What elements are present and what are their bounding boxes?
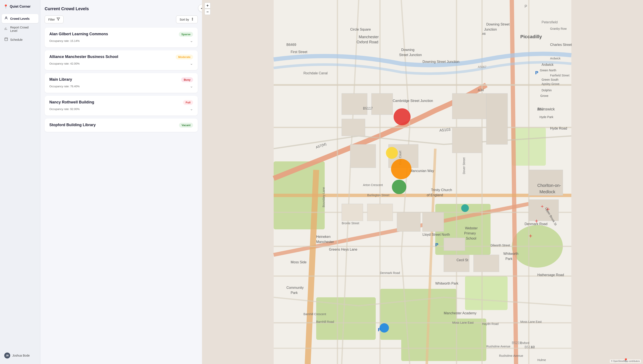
user-name: Joshua Bode	[12, 354, 30, 357]
filter-icon	[57, 18, 60, 22]
svg-text:Downing Street: Downing Street	[486, 22, 510, 26]
sidebar-item-report-crowd[interactable]: Report Crowd Level	[2, 24, 39, 34]
sidebar-item-schedule-label: Schedule	[10, 38, 23, 42]
expand-chevron-3[interactable]: ⌄	[190, 106, 193, 111]
svg-text:B6469: B6469	[286, 43, 296, 46]
location-name-1: Alliance Manchester Business School	[49, 54, 176, 59]
card-footer-3: Occupancy rate: 92.00% ⌄	[49, 106, 193, 111]
svg-text:+: +	[529, 232, 532, 239]
map-zoom-controls: + −	[204, 2, 210, 15]
svg-text:Manchester Academy: Manchester Academy	[444, 311, 477, 315]
svg-text:Arton Crescent: Arton Crescent	[363, 183, 383, 187]
svg-rect-45	[422, 212, 444, 232]
sidebar-item-crowd-levels[interactable]: Crowd Levels	[2, 14, 39, 23]
svg-text:Cecil St: Cecil St	[457, 258, 469, 262]
svg-text:Mancunian Way: Mancunian Way	[410, 169, 434, 173]
sort-label: Sort by	[180, 18, 189, 21]
sidebar-item-crowd-levels-label: Crowd Levels	[10, 17, 30, 20]
location-card-3: Nancy Rothwell Building Full Occupancy r…	[45, 96, 198, 116]
svg-text:Piccadilly: Piccadilly	[520, 34, 542, 39]
svg-point-131	[393, 108, 410, 125]
svg-text:Denmark Road: Denmark Road	[380, 271, 400, 274]
svg-text:Lloyd Street North: Lloyd Street North	[422, 233, 450, 236]
card-header-2: Main Library Busy	[49, 77, 193, 82]
svg-text:Primary: Primary	[464, 232, 476, 235]
svg-rect-14	[465, 276, 508, 310]
svg-text:B5117: B5117	[363, 106, 373, 110]
avatar: JB	[4, 352, 10, 358]
svg-rect-18	[401, 318, 486, 361]
badge-0: Sparse	[179, 32, 193, 37]
svg-text:Rd: Rd	[531, 346, 535, 349]
svg-text:of England: of England	[427, 193, 443, 197]
badge-4: Vacant	[179, 123, 193, 128]
svg-rect-43	[367, 204, 393, 221]
svg-point-136	[461, 204, 469, 212]
svg-text:Moss Lane East: Moss Lane East	[452, 321, 474, 324]
card-header-1: Alliance Manchester Business School Mode…	[49, 54, 193, 60]
svg-text:Circle Square: Circle Square	[350, 28, 371, 31]
svg-text:P: P	[525, 4, 527, 8]
svg-text:Brunswick: Brunswick	[537, 107, 555, 111]
svg-text:Hathersage Road: Hathersage Road	[537, 273, 564, 277]
svg-rect-33	[350, 144, 376, 168]
user-menu-item[interactable]: JB Joshua Bode	[2, 350, 39, 360]
map-background: A5103 B5117 A34 A57(M) A57 A5067 B5219 B…	[202, 0, 643, 364]
svg-text:Rusholme Avenue: Rusholme Avenue	[499, 354, 523, 358]
map-svg: A5103 B5117 A34 A57(M) A57 A5067 B5219 B…	[202, 0, 643, 364]
svg-text:Chorlton-on-: Chorlton-on-	[537, 183, 561, 188]
svg-rect-30	[371, 94, 393, 115]
svg-text:Park: Park	[505, 257, 513, 260]
collapse-panel-button[interactable]: ◀	[198, 4, 202, 12]
svg-text:Barnhill Road: Barnhill Road	[316, 320, 334, 324]
sidebar-item-schedule[interactable]: Schedule	[2, 35, 39, 44]
expand-chevron-0[interactable]: ⌄	[190, 38, 193, 43]
svg-rect-29	[342, 94, 367, 115]
svg-text:Manchester: Manchester	[316, 240, 334, 244]
svg-text:Hyde Road: Hyde Road	[550, 126, 567, 130]
expand-chevron-2[interactable]: ⌄	[190, 84, 193, 88]
nav-menu: Crowd Levels Report Crowd Level	[0, 14, 40, 44]
svg-text:Dolphin: Dolphin	[542, 88, 552, 92]
svg-text:Fairfield Street: Fairfield Street	[550, 74, 569, 77]
schedule-icon	[4, 37, 8, 42]
card-header-3: Nancy Rothwell Building Full	[49, 100, 193, 105]
zoom-out-button[interactable]: −	[204, 9, 210, 15]
pin-icon: 📍	[4, 4, 8, 9]
card-header-0: Alan Gilbert Learning Commons Sparse	[49, 32, 193, 37]
svg-rect-44	[397, 212, 420, 232]
card-footer-1: Occupancy rate: 42.00% ⌄	[49, 61, 193, 66]
badge-3: Full	[183, 100, 193, 105]
zoom-in-button[interactable]: +	[204, 2, 210, 8]
svg-text:Bronte Street: Bronte Street	[342, 222, 359, 225]
svg-text:Apsley Grove: Apsley Grove	[542, 82, 559, 86]
svg-text:+: +	[535, 218, 538, 224]
location-name-0: Alan Gilbert Learning Commons	[49, 32, 179, 36]
svg-text:Manchester: Manchester	[359, 35, 379, 39]
list-header: Current Crowd Levels	[45, 0, 198, 16]
svg-text:Boundary Lane: Boundary Lane	[322, 187, 325, 207]
filter-button[interactable]: Filter	[45, 16, 64, 23]
location-name-3: Nancy Rothwell Building	[49, 100, 183, 104]
svg-rect-41	[444, 238, 465, 250]
svg-point-134	[392, 180, 406, 194]
svg-marker-8	[57, 18, 60, 20]
badge-2: Busy	[181, 77, 193, 82]
svg-text:Dilworth Street: Dilworth Street	[491, 244, 510, 247]
expand-chevron-1[interactable]: ⌄	[190, 61, 193, 66]
location-card-4: Stopford Building Library Vacant	[45, 118, 198, 132]
svg-text:P: P	[435, 242, 439, 248]
svg-rect-34	[452, 94, 486, 119]
app-title: Quiet Corner	[10, 5, 31, 8]
occupancy-2: Occupancy rate: 76.40%	[49, 85, 80, 88]
location-card-0: Alan Gilbert Learning Commons Sparse Occ…	[45, 28, 198, 47]
svg-rect-42	[342, 204, 363, 221]
svg-text:P: P	[535, 70, 538, 76]
sort-button[interactable]: Sort by	[176, 16, 198, 23]
svg-rect-36	[486, 94, 508, 144]
svg-text:Greens Heys Lane: Greens Heys Lane	[329, 248, 357, 251]
svg-text:Downing: Downing	[401, 48, 414, 52]
crowd-levels-icon	[4, 16, 8, 21]
svg-text:Community: Community	[286, 286, 304, 290]
card-header-4: Stopford Building Library Vacant	[49, 123, 193, 128]
